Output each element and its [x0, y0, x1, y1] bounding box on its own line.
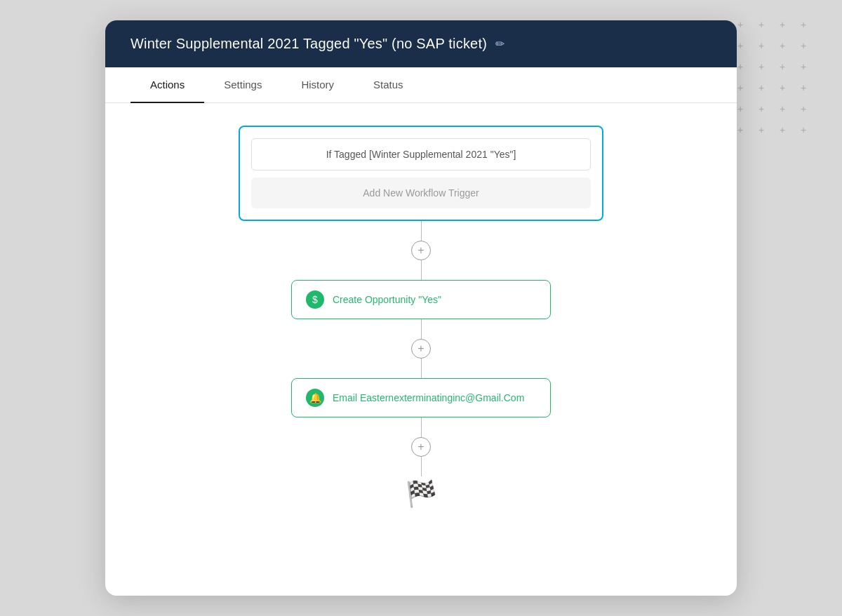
- plus-sign: +: [772, 56, 793, 77]
- plus-sign: +: [751, 35, 772, 56]
- action-node-label: Create Opportunity "Yes": [333, 294, 441, 305]
- trigger-condition[interactable]: If Tagged [Winter Supplemental 2021 "Yes…: [251, 138, 591, 170]
- tabs-bar: Actions Settings History Status: [105, 67, 737, 103]
- connector-line: [421, 221, 422, 241]
- plus-sign: +: [751, 77, 772, 98]
- plus-sign: +: [772, 77, 793, 98]
- plus-sign: +: [772, 98, 793, 119]
- plus-sign: +: [751, 14, 772, 35]
- email-icon: 🔔: [306, 389, 324, 407]
- connector-2: +: [411, 319, 431, 378]
- add-step-button-2[interactable]: +: [411, 339, 431, 359]
- action-node-opportunity[interactable]: $ Create Opportunity "Yes": [291, 280, 551, 319]
- plus-sign: +: [793, 56, 814, 77]
- plus-sign: +: [793, 35, 814, 56]
- workflow-title: Winter Supplemental 2021 Tagged "Yes" (n…: [131, 36, 487, 52]
- card-header: Winter Supplemental 2021 Tagged "Yes" (n…: [105, 20, 737, 67]
- plus-sign: +: [772, 14, 793, 35]
- plus-sign: +: [751, 98, 772, 119]
- plus-sign: +: [751, 56, 772, 77]
- connector-line: [421, 260, 422, 280]
- trigger-box: If Tagged [Winter Supplemental 2021 "Yes…: [239, 126, 603, 221]
- connector-line: [421, 359, 422, 378]
- action-node-label: Email Easternexterminatinginc@Gmail.Com: [333, 392, 524, 403]
- plus-sign: +: [793, 14, 814, 35]
- plus-sign: +: [772, 119, 793, 140]
- plus-sign: +: [751, 119, 772, 140]
- plus-sign: +: [793, 77, 814, 98]
- tab-actions[interactable]: Actions: [131, 67, 204, 103]
- connector-line: [421, 457, 422, 476]
- outer-wrapper: + + + + + + + + + + + + + + + + + + + + …: [0, 0, 842, 616]
- add-step-button-3[interactable]: +: [411, 437, 431, 457]
- plus-sign: +: [793, 119, 814, 140]
- plus-sign: +: [793, 98, 814, 119]
- tab-status[interactable]: Status: [354, 67, 423, 103]
- tab-settings[interactable]: Settings: [204, 67, 281, 103]
- action-node-email[interactable]: 🔔 Email Easternexterminatinginc@Gmail.Co…: [291, 378, 551, 417]
- edit-icon[interactable]: ✏: [495, 37, 504, 51]
- plus-sign: +: [772, 35, 793, 56]
- workflow-content: If Tagged [Winter Supplemental 2021 "Yes…: [105, 103, 737, 531]
- connector-1: +: [411, 221, 431, 280]
- finish-flag-icon: 🏁: [406, 479, 437, 509]
- main-card: Winter Supplemental 2021 Tagged "Yes" (n…: [105, 20, 737, 596]
- add-trigger-button[interactable]: Add New Workflow Trigger: [251, 178, 591, 208]
- opportunity-icon: $: [306, 290, 324, 309]
- connector-line: [421, 417, 422, 437]
- tab-history[interactable]: History: [281, 67, 354, 103]
- connector-line: [421, 319, 422, 339]
- add-step-button-1[interactable]: +: [411, 241, 431, 260]
- connector-3: +: [411, 417, 431, 476]
